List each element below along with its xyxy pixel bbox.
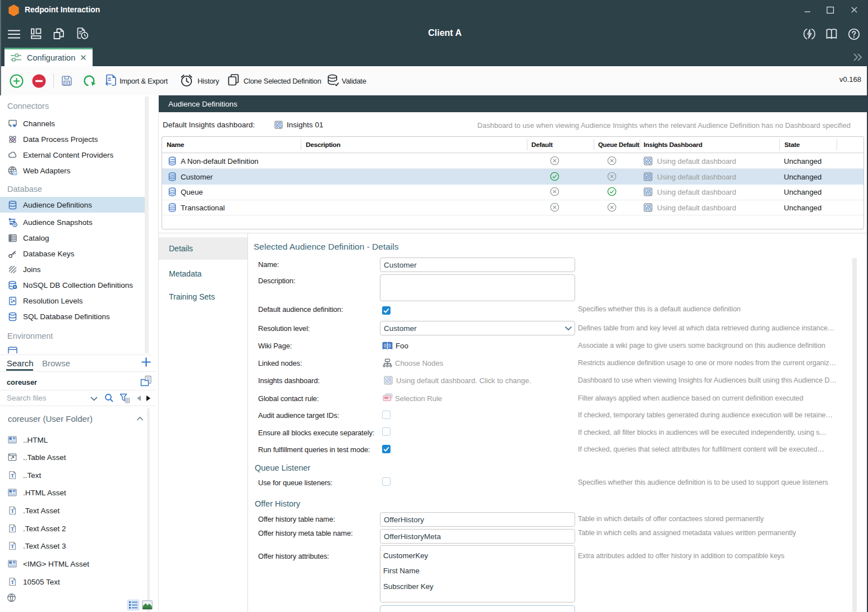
svg-text:T: T: [11, 526, 14, 532]
svg-text:T: T: [11, 473, 14, 478]
svg-text:T: T: [11, 508, 14, 514]
svg-text:T: T: [11, 579, 14, 585]
svg-text:T: T: [11, 544, 14, 549]
